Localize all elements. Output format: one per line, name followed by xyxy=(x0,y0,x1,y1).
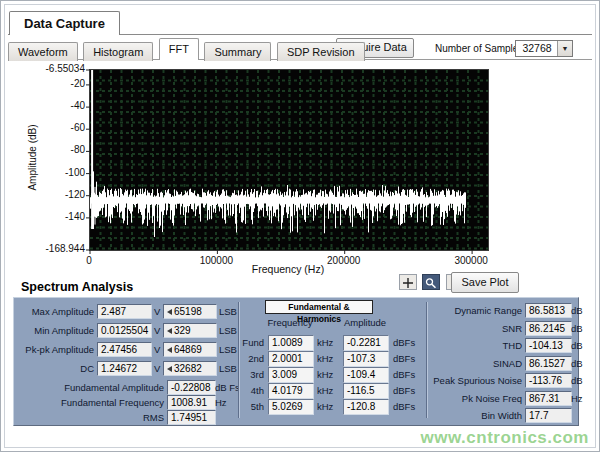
harmonic-amp-field[interactable]: -120.8 xyxy=(343,399,389,415)
spinner-arrow-icon xyxy=(167,328,172,334)
snr-label: SNR xyxy=(430,321,522,336)
x-axis-title: Frequency (Hz) xyxy=(188,263,388,275)
peak-spurious-noise-unit: dB xyxy=(571,373,583,388)
harmonic-freq-field[interactable]: 3.009 xyxy=(268,367,314,383)
harmonic-freq-field[interactable]: 1.0089 xyxy=(268,335,314,351)
dc-volts-field[interactable]: 1.24672 xyxy=(97,361,152,376)
min-amplitude-lsb-field[interactable]: 329 xyxy=(163,323,217,338)
tab-summary[interactable]: Summary xyxy=(204,42,271,61)
dynamic-range-field[interactable]: 86.5813 xyxy=(525,303,572,318)
harmonic-freq-unit: kHz xyxy=(317,383,333,398)
fundamental-frequency-unit: Hz xyxy=(215,395,227,410)
min-amplitude-label: Min Amplitude xyxy=(16,323,94,338)
y-tick-label: -20 xyxy=(31,78,85,89)
snr-field[interactable]: 86.2145 xyxy=(525,321,572,336)
min-amplitude-volts-unit: V xyxy=(154,323,160,338)
harmonics-frequency-header: Frequency xyxy=(262,317,318,328)
thd-field[interactable]: -104.13 xyxy=(525,338,572,353)
max-amplitude-lsb-field[interactable]: 65198 xyxy=(163,304,217,319)
pkpk-amplitude-volts-field[interactable]: 2.47456 xyxy=(97,342,152,357)
spinner-arrow-icon xyxy=(167,347,172,353)
panel-divider-right xyxy=(426,302,427,418)
pk-noise-freq-field[interactable]: 867.31 xyxy=(525,391,572,406)
pkpk-amplitude-lsb-field[interactable]: 64869 xyxy=(163,342,217,357)
pk-noise-freq-unit: Hz xyxy=(571,391,583,406)
y-tick-label: -60 xyxy=(31,122,85,133)
y-tick-label: -80 xyxy=(31,144,85,155)
tab-waveform[interactable]: Waveform xyxy=(8,42,78,61)
sinad-label: SINAD xyxy=(430,356,522,371)
harmonic-amp-field[interactable]: -109.4 xyxy=(343,367,389,383)
fundamental-amplitude-field[interactable]: -0.22808 xyxy=(167,380,216,395)
spectrum-analysis-heading: Spectrum Analysis xyxy=(21,280,133,294)
harmonics-title: Fundamental & Harmonics xyxy=(265,300,373,314)
dynamic-range-unit: dB xyxy=(571,303,583,318)
harmonic-freq-unit: kHz xyxy=(317,335,333,350)
harmonic-row-label: 3rd xyxy=(242,367,264,382)
pkpk-amplitude-volts-unit: V xyxy=(154,342,160,357)
fft-plot[interactable] xyxy=(89,69,489,251)
y-tick-label: -168.944 xyxy=(31,243,85,254)
harmonic-row-label: 5th xyxy=(242,399,264,414)
spinner-arrow-icon xyxy=(167,309,172,315)
max-amplitude-lsb-unit: LSB xyxy=(219,304,237,319)
bin-width-field[interactable]: 17.7 xyxy=(525,408,572,423)
panel-divider-left xyxy=(238,302,239,418)
spinner-arrow-icon xyxy=(167,366,172,372)
fundamental-frequency-field[interactable]: 1008.91 xyxy=(167,395,216,410)
harmonic-amp-unit: dBFs xyxy=(393,335,415,350)
harmonic-freq-field[interactable]: 2.0001 xyxy=(268,351,314,367)
dc-lsb-field[interactable]: 32682 xyxy=(163,361,217,376)
tab-sdp-revision[interactable]: SDP Revision xyxy=(277,42,365,61)
thd-label: THD xyxy=(430,338,522,353)
peak-spurious-noise-field[interactable]: -113.76 xyxy=(525,373,572,388)
fundamental-frequency-label: Fundamental Frequency xyxy=(16,395,164,410)
fundamental-amplitude-label: Fundamental Amplitude xyxy=(16,380,164,395)
y-tick-label: -6.55034 xyxy=(31,63,85,74)
fft-plot-region: Amplitude (dB) -6.55034-20-40-60-80-100-… xyxy=(1,61,600,281)
min-amplitude-volts-field[interactable]: 0.0125504 xyxy=(97,323,152,338)
harmonic-amp-unit: dBFs xyxy=(393,351,415,366)
sinad-unit: dB xyxy=(571,356,583,371)
rms-label: RMS xyxy=(16,410,164,425)
tab-data-capture[interactable]: Data Capture xyxy=(9,11,120,35)
data-capture-window: Data Capture Waveform Histogram FFT Summ… xyxy=(0,0,600,452)
bin-width-label: Bin Width xyxy=(430,408,522,423)
y-tick-label: -120 xyxy=(31,189,85,200)
harmonic-freq-unit: kHz xyxy=(317,351,333,366)
x-tick-label: 300000 xyxy=(441,255,501,266)
pkpk-amplitude-label: Pk-pk Amplitude xyxy=(16,342,94,357)
harmonic-amp-field[interactable]: -116.5 xyxy=(343,383,389,399)
y-tick-label: -140 xyxy=(31,211,85,222)
dc-label: DC xyxy=(16,361,94,376)
max-amplitude-volts-field[interactable]: 2.487 xyxy=(97,304,152,319)
max-amplitude-volts-unit: V xyxy=(154,304,160,319)
zoom-tool-icon[interactable] xyxy=(422,274,440,290)
harmonic-freq-field[interactable]: 5.0269 xyxy=(268,399,314,415)
dynamic-range-label: Dynamic Range xyxy=(430,303,522,318)
save-plot-button[interactable]: Save Plot xyxy=(451,272,519,293)
watermark-text: www.cntronics.com xyxy=(421,428,589,448)
fundamental-amplitude-unit: dB Fs xyxy=(215,380,240,395)
harmonic-freq-unit: kHz xyxy=(317,367,333,382)
harmonic-freq-field[interactable]: 4.0179 xyxy=(268,383,314,399)
harmonic-amp-unit: dBFs xyxy=(393,367,415,382)
spectrum-analysis-panel: Max Amplitude 2.487 V 65198 LSB Min Ampl… xyxy=(13,297,579,426)
sinad-field[interactable]: 86.1527 xyxy=(525,356,572,371)
harmonics-amplitude-header: Amplitude xyxy=(337,317,393,328)
harmonic-row-label: 4th xyxy=(242,383,264,398)
thd-unit: dB xyxy=(571,338,583,353)
tab-fft[interactable]: FFT xyxy=(159,38,199,60)
harmonic-amp-field[interactable]: -0.2281 xyxy=(343,335,389,351)
sub-tabstrip: Waveform Histogram FFT Summary SDP Revis… xyxy=(8,39,592,60)
rms-field[interactable]: 1.74951 xyxy=(167,410,216,425)
harmonic-amp-unit: dBFs xyxy=(393,399,415,414)
harmonic-freq-unit: kHz xyxy=(317,399,333,414)
y-tick-label: -40 xyxy=(31,100,85,111)
pkpk-amplitude-lsb-unit: LSB xyxy=(219,342,237,357)
x-tick-label: 0 xyxy=(59,255,119,266)
cursor-tool-icon[interactable] xyxy=(399,274,417,290)
harmonic-amp-field[interactable]: -107.3 xyxy=(343,351,389,367)
max-amplitude-label: Max Amplitude xyxy=(16,304,94,319)
tab-histogram[interactable]: Histogram xyxy=(83,42,153,61)
